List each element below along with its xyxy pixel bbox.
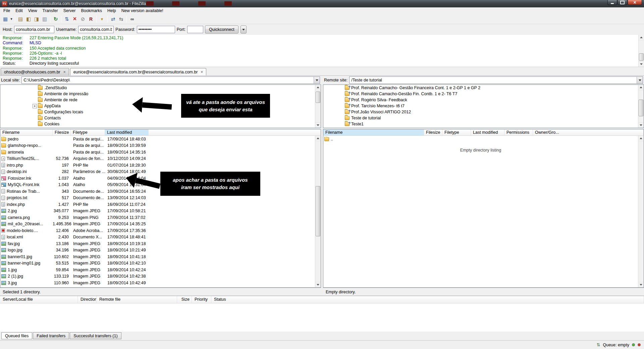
maximize-button[interactable] [618,0,627,5]
tree-expander[interactable] [339,122,344,126]
column-header[interactable]: Filetype [71,129,105,135]
scroll-down-button[interactable] [639,61,644,67]
file-row[interactable]: antonela Pasta de arqui... 18/09/2014 14… [0,149,321,156]
tree-item[interactable]: Ambiente de impressão [0,91,321,97]
tree-expander[interactable] [33,116,37,120]
tree-expander[interactable] [33,86,37,90]
minimize-button[interactable] [607,0,617,5]
scroll-down-button[interactable] [638,122,644,128]
file-row[interactable]: 2.jpg 345.077 Imagem JPEG 17/09/2014 10:… [0,208,321,215]
column-header[interactable]: Last modified [105,129,149,135]
tree-expander[interactable] [339,86,344,90]
combo-dropdown-button[interactable] [637,77,643,83]
file-row[interactable]: glamshop-respo... Pasta de arqui... 18/0… [0,142,321,149]
scroll-down-button[interactable] [315,122,321,128]
close-button[interactable] [628,0,642,5]
tree-item[interactable]: Prof.João Vissoci ARTIGO 2012 [323,109,644,115]
remote-site-combo[interactable]: /Teste de tutorial [349,76,643,84]
file-row[interactable]: 1.jpg 59.854 Imagem JPEG 18/09/2014 10:4… [0,267,321,273]
local-site-combo[interactable]: C:\Users\Pedro\Desktop\ [21,76,320,84]
menu-item[interactable]: View [25,8,40,14]
file-row[interactable]: banner-img01.jpg 53.515 Imagem JPEG 18/0… [0,260,321,267]
scroll-thumb[interactable] [316,186,320,236]
tree-item[interactable]: Teste de tutorial [323,115,644,121]
session-tab[interactable]: eunice@essencialconsultoria.com.br@essen… [70,68,207,75]
tree-item[interactable]: Prof. Reinaldo Camacho- Gestão Financeir… [323,85,644,91]
column-header[interactable]: Last modified [471,129,504,135]
vertical-scrollbar[interactable] [638,85,644,128]
tree-expander[interactable] [33,122,37,126]
queue-tab[interactable]: Failed transfers [33,332,69,339]
tree-item[interactable]: Teste1 [323,121,644,127]
file-row[interactable]: TitilliumText25L... 52.736 Arquivo de fo… [0,156,321,162]
menu-item[interactable]: Server [61,8,78,14]
combo-dropdown-button[interactable] [314,77,320,83]
scroll-down-button[interactable] [638,282,644,287]
vertical-scrollbar[interactable] [315,85,321,128]
vertical-scrollbar[interactable] [315,136,321,287]
quickconnect-dropdown-button[interactable] [240,25,247,34]
queue-column-header[interactable]: Priority [192,296,211,303]
refresh-icon[interactable] [52,15,60,23]
menu-item[interactable]: Help [105,8,119,14]
quickconnect-button[interactable]: Quickconnect [205,25,238,34]
tree-item[interactable]: Contacts [0,115,321,121]
file-row[interactable]: logo2.jpg 32.825 Imagem JPEG 18/09/2014 … [0,286,321,288]
queue-tab[interactable]: Queued files [1,332,32,339]
site-manager-icon[interactable] [1,15,9,23]
scroll-thumb[interactable] [639,100,643,116]
tree-expander[interactable] [33,110,37,114]
file-row[interactable]: logo.jpg 34.196 Imagem JPEG 18/09/2014 1… [0,247,321,254]
scroll-up-button[interactable] [315,85,321,90]
tree-expander[interactable] [33,92,37,96]
username-input[interactable] [78,26,114,33]
password-input[interactable] [137,26,175,33]
file-row[interactable]: intro.php 197 PHP file 01/07/2014 18:28:… [0,162,321,169]
reconnect-icon[interactable] [87,15,95,23]
file-row[interactable]: 3.jpg 110.960 Imagem JPEG 18/09/2014 10:… [0,280,321,286]
process-queue-icon[interactable] [63,15,71,23]
column-header[interactable]: Filename [0,129,53,135]
tree-expander[interactable] [339,104,344,108]
port-input[interactable] [187,26,203,33]
tree-item[interactable]: Prof. Tarcísio Menezes- t6 t7 [323,103,644,109]
tree-item[interactable]: .ZendStudio [0,85,321,91]
tree-expander[interactable] [33,98,37,102]
tab-close-icon[interactable]: × [201,70,203,74]
tree-expander[interactable] [339,92,344,96]
column-header[interactable]: Permissions [504,129,533,135]
column-header[interactable]: Filename [323,129,424,135]
disconnect-icon[interactable] [79,15,87,23]
vertical-scrollbar[interactable] [638,35,644,67]
tree-expander[interactable] [339,116,344,120]
queue-tab[interactable]: Successful transfers (1) [70,332,121,339]
queue-column-header[interactable]: Size [177,296,192,303]
host-input[interactable] [14,26,54,33]
file-row[interactable]: .. [323,136,644,142]
scroll-down-button[interactable] [315,282,321,287]
file-row[interactable]: camera.png 9.253 Imagem PNG 17/09/2014 1… [0,214,321,221]
scroll-up-button[interactable] [638,85,644,90]
queue-column-header[interactable]: Status [211,296,644,303]
sync-browsing-icon[interactable] [117,15,125,23]
column-header[interactable]: Filesize [424,129,442,135]
menu-item[interactable]: Bookmarks [78,8,105,14]
compare-icon[interactable] [109,15,117,23]
menu-item[interactable]: Edit [13,8,25,14]
file-row[interactable]: fav.jpg 13.186 Imagem JPEG 18/09/2014 10… [0,240,321,247]
file-row[interactable]: pedro Pasta de arqui... 17/09/2014 18:48… [0,136,321,142]
local-tree-icon[interactable] [24,15,33,23]
scroll-thumb[interactable] [639,53,644,61]
site-manager-dropdown[interactable] [9,15,13,23]
menu-item[interactable]: File [1,8,13,14]
scroll-thumb[interactable] [316,92,320,103]
session-tab[interactable]: ohsoluco@ohsolucoes.com.br × [1,68,69,75]
tab-close-icon[interactable]: × [63,70,66,74]
queue-column-header[interactable]: Server/Local file [0,296,78,303]
find-icon[interactable] [128,15,136,23]
message-log-icon[interactable] [16,15,24,23]
queue-column-header[interactable]: Remote file [97,296,177,303]
scroll-up-button[interactable] [638,136,644,141]
tree-item[interactable]: Prof. Reinaldo Camacho-Gestão Fin. Contb… [323,91,644,97]
cancel-icon[interactable] [71,15,79,23]
